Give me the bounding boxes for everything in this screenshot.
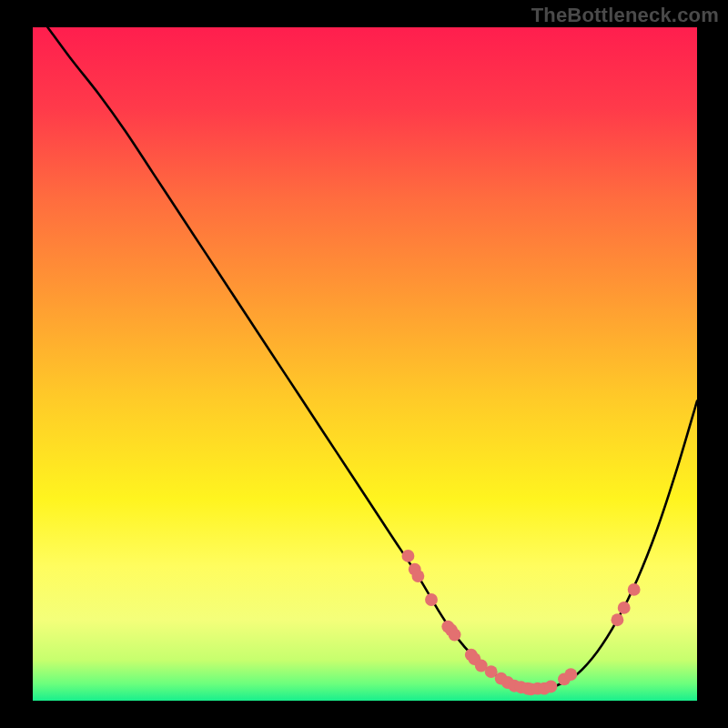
data-point-marker (544, 681, 557, 693)
watermark-text: TheBottleneck.com (531, 4, 719, 27)
chart-svg (33, 27, 697, 701)
data-point-marker (618, 602, 631, 614)
data-point-marker (611, 613, 623, 626)
data-point-marker (564, 668, 577, 681)
plot-area (33, 27, 697, 701)
data-point-marker (628, 583, 641, 596)
bottleneck-curve (33, 7, 697, 690)
highlighted-points-group (402, 550, 641, 695)
data-point-marker (449, 629, 461, 642)
data-point-marker (402, 550, 415, 562)
data-point-marker (425, 593, 438, 606)
chart-stage: TheBottleneck.com (0, 0, 728, 728)
data-point-marker (411, 570, 424, 582)
